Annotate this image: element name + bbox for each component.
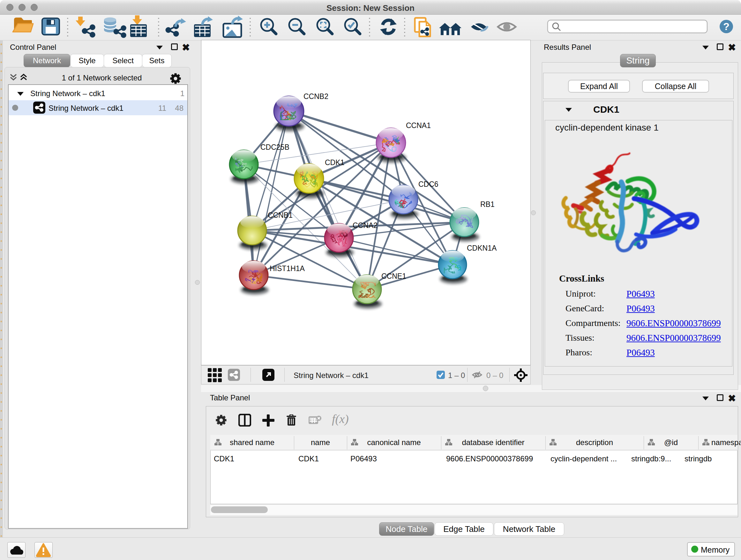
svg-text:CDC25B: CDC25B <box>260 143 289 151</box>
svg-text:?: ? <box>723 21 730 32</box>
svg-text:CCNE1: CCNE1 <box>381 272 406 280</box>
svg-text:CCNB1: CCNB1 <box>268 211 293 219</box>
svg-text:CCNA1: CCNA1 <box>406 121 431 130</box>
svg-text:CDC6: CDC6 <box>418 180 439 188</box>
svg-text:CDK1: CDK1 <box>325 159 344 167</box>
svg-text:HIST1H1A: HIST1H1A <box>270 264 305 273</box>
svg-text:CDKN1A: CDKN1A <box>467 244 497 252</box>
svg-text:CCNA2: CCNA2 <box>353 221 378 230</box>
svg-text:RB1: RB1 <box>480 200 495 208</box>
svg-text:CCNB2: CCNB2 <box>304 92 328 101</box>
